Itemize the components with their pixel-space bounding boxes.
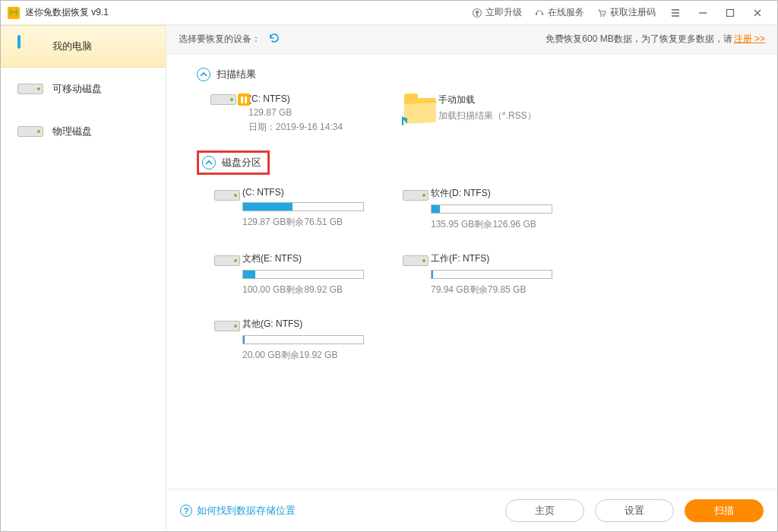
help-icon: ?: [180, 505, 192, 517]
partition-item[interactable]: (C: NTFS)129.87 GB剩余76.51 GB: [212, 187, 393, 231]
section-title: 扫描结果: [217, 68, 256, 81]
register-link[interactable]: 注册 >>: [734, 33, 765, 44]
manual-load-item[interactable]: 手动加载 加载扫描结果（*.RSS）: [402, 93, 584, 134]
drive-icon: [212, 187, 242, 231]
partition-name: 文档(E: NTFS): [242, 252, 393, 265]
svg-rect-6: [727, 9, 734, 16]
menu-button[interactable]: [662, 1, 689, 24]
svg-point-4: [600, 15, 602, 17]
title-bar: 迷你兔数据恢复 v9.1 立即升级 在线服务 获取注册码: [1, 1, 777, 25]
upgrade-icon: [472, 8, 482, 18]
get-reg-code-button[interactable]: 获取注册码: [590, 1, 662, 24]
svg-rect-3: [542, 13, 543, 15]
cart-icon: [596, 8, 607, 18]
partition-name: 其他(G: NTFS): [242, 318, 393, 331]
help-link-label: 如何找到数据存储位置: [197, 504, 296, 518]
partition-info: 79.94 GB剩余79.85 GB: [431, 283, 581, 296]
content-scroll: 扫描结果 (C: NTFS) 129.87 GB 日期：2019-9-16 14…: [166, 54, 777, 489]
partition-info: 20.00 GB剩余19.92 GB: [242, 349, 393, 362]
monitor-icon: [17, 36, 43, 56]
upgrade-button[interactable]: 立即升级: [466, 1, 528, 24]
promo-prefix: 免费恢复600 MB数据，为了恢复更多数据，请: [546, 33, 732, 44]
app-icon: [7, 6, 21, 20]
scan-item-size: 129.87 GB: [248, 107, 343, 118]
usage-bar: [242, 335, 364, 344]
pause-badge-icon: [238, 93, 250, 106]
partition-name: 软件(D: NTFS): [431, 187, 581, 200]
settings-button[interactable]: 设置: [595, 499, 674, 522]
close-button[interactable]: [744, 1, 771, 24]
partition-item[interactable]: 工作(F: NTFS)79.94 GB剩余79.85 GB: [400, 252, 581, 296]
usage-bar: [242, 202, 364, 211]
drive-icon: [212, 318, 242, 362]
manual-load-title: 手动加载: [438, 93, 536, 106]
help-link[interactable]: ? 如何找到数据存储位置: [180, 504, 296, 518]
get-reg-code-label: 获取注册码: [610, 6, 656, 19]
online-service-button[interactable]: 在线服务: [528, 1, 590, 24]
svg-point-5: [603, 15, 605, 17]
partition-info: 135.95 GB剩余126.96 GB: [431, 218, 581, 231]
drive-icon: [17, 79, 43, 99]
partition-name: 工作(F: NTFS): [431, 252, 581, 265]
section-title: 磁盘分区: [222, 156, 261, 169]
scan-item-date: 日期：2019-9-16 14:34: [248, 121, 343, 134]
hamburger-icon: [671, 8, 680, 17]
app-title: 迷你兔数据恢复 v9.1: [25, 6, 109, 19]
footer-bar: ? 如何找到数据存储位置 主页 设置 扫描: [166, 489, 777, 531]
drive-icon: [17, 122, 43, 141]
sidebar-item-physical-disk[interactable]: 物理磁盘: [1, 110, 166, 153]
sidebar-item-label: 我的电脑: [52, 40, 92, 53]
chevron-up-icon: [197, 68, 210, 81]
partition-grid: (C: NTFS)129.87 GB剩余76.51 GB软件(D: NTFS)1…: [212, 187, 770, 383]
home-button[interactable]: 主页: [505, 499, 584, 522]
headset-icon: [534, 8, 545, 18]
select-device-label: 选择要恢复的设备：: [179, 33, 261, 46]
partition-info: 100.00 GB剩余89.92 GB: [242, 283, 393, 296]
promo-text: 免费恢复600 MB数据，为了恢复更多数据，请注册 >>: [546, 33, 765, 46]
info-bar: 选择要恢复的设备： 免费恢复600 MB数据，为了恢复更多数据，请注册 >>: [166, 25, 777, 54]
partition-item[interactable]: 文档(E: NTFS)100.00 GB剩余89.92 GB: [212, 252, 393, 296]
sidebar-item-my-computer[interactable]: 我的电脑: [1, 25, 166, 68]
maximize-icon: [726, 8, 735, 17]
partition-name: (C: NTFS): [242, 187, 393, 198]
close-icon: [753, 8, 762, 17]
sidebar-item-removable-disk[interactable]: 可移动磁盘: [1, 68, 166, 110]
sidebar-item-label: 物理磁盘: [52, 125, 92, 138]
partition-info: 129.87 GB剩余76.51 GB: [242, 216, 393, 229]
refresh-icon: [268, 32, 280, 44]
usage-bar: [242, 270, 364, 279]
minimize-icon: [698, 8, 707, 17]
online-service-label: 在线服务: [548, 6, 584, 19]
usage-bar: [431, 204, 552, 214]
main-area: 我的电脑 可移动磁盘 物理磁盘 选择要恢复的设备： 免费恢复600 MB数据，为…: [1, 25, 777, 531]
minimize-button[interactable]: [689, 1, 716, 24]
section-scan-results-header[interactable]: 扫描结果: [197, 68, 770, 81]
partition-item[interactable]: 软件(D: NTFS)135.95 GB剩余126.96 GB: [400, 187, 581, 231]
sidebar-item-label: 可移动磁盘: [52, 82, 102, 96]
content-area: 选择要恢复的设备： 免费恢复600 MB数据，为了恢复更多数据，请注册 >> 扫…: [166, 25, 777, 531]
folder-icon: [402, 93, 438, 124]
scan-button[interactable]: 扫描: [685, 499, 764, 522]
usage-bar: [431, 270, 552, 279]
scan-item-name: (C: NTFS): [248, 93, 343, 104]
drive-icon: [212, 252, 242, 296]
chevron-up-icon: [202, 156, 216, 169]
manual-load-subtitle: 加载扫描结果（*.RSS）: [438, 109, 536, 122]
scan-result-item[interactable]: (C: NTFS) 129.87 GB 日期：2019-9-16 14:34: [212, 93, 394, 134]
upgrade-label: 立即升级: [485, 6, 522, 19]
partition-item[interactable]: 其他(G: NTFS)20.00 GB剩余19.92 GB: [212, 318, 393, 362]
drive-icon: [400, 252, 431, 296]
drive-icon: [212, 93, 248, 106]
section-disk-partitions-header[interactable]: 磁盘分区: [197, 150, 270, 175]
svg-rect-2: [536, 13, 537, 15]
maximize-button[interactable]: [716, 1, 744, 24]
sidebar: 我的电脑 可移动磁盘 物理磁盘: [1, 25, 166, 531]
refresh-button[interactable]: [268, 32, 280, 46]
drive-icon: [400, 187, 431, 231]
scan-results-row: (C: NTFS) 129.87 GB 日期：2019-9-16 14:34 手…: [212, 93, 770, 134]
